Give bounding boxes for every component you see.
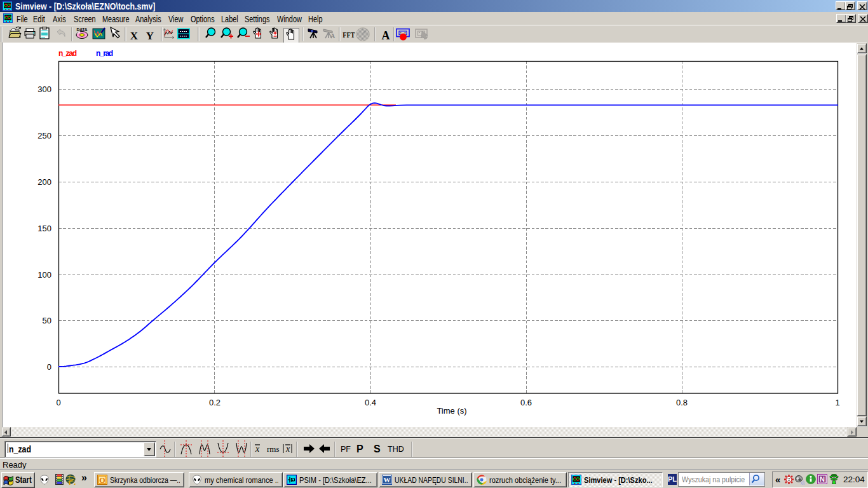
svg-text:W: W <box>383 476 390 484</box>
svg-text:P: P <box>356 444 363 454</box>
svg-text:0.8: 0.8 <box>676 398 688 407</box>
svg-text:Time (s): Time (s) <box>437 406 466 416</box>
svg-text:n_rad: n_rad <box>96 49 113 58</box>
svg-text:rms: rms <box>267 444 280 454</box>
svg-text:0: 0 <box>56 398 60 407</box>
svg-text:300: 300 <box>37 85 51 94</box>
svg-text:150: 150 <box>37 224 51 233</box>
svg-text:DATA: DATA <box>76 27 87 32</box>
svg-text:200: 200 <box>37 177 51 187</box>
svg-text:x: x <box>255 444 260 454</box>
svg-text:100: 100 <box>37 270 51 280</box>
svg-text:0: 0 <box>47 362 51 372</box>
svg-text:Y: Y <box>146 30 154 42</box>
svg-text:0.2: 0.2 <box>209 398 220 407</box>
svg-text:S: S <box>374 444 381 454</box>
svg-text:X: X <box>130 30 139 42</box>
svg-text:0.4: 0.4 <box>365 398 376 407</box>
svg-text:1: 1 <box>835 398 839 407</box>
svg-text:50: 50 <box>43 316 51 325</box>
svg-text:A: A <box>382 29 390 42</box>
svg-text:n_zad: n_zad <box>58 49 77 58</box>
svg-text:PF: PF <box>341 445 351 454</box>
svg-text:x: x <box>285 444 290 454</box>
svg-text:N: N <box>820 475 825 483</box>
svg-text:O: O <box>99 476 105 485</box>
svg-text:A: A <box>330 32 336 39</box>
svg-text:FFT: FFT <box>342 31 355 39</box>
svg-text:250: 250 <box>37 131 51 140</box>
svg-text:THD: THD <box>388 445 404 454</box>
svg-text:0.6: 0.6 <box>520 398 532 407</box>
